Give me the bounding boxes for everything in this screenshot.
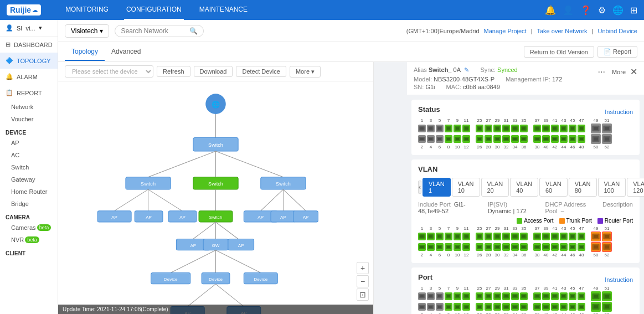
tab-advanced[interactable]: Advanced [105,43,147,61]
download-button[interactable]: Download [194,66,233,77]
port-icon[interactable] [560,303,568,311]
port-icon[interactable] [591,302,601,312]
port-icon[interactable] [418,135,426,143]
vlan-tab-1[interactable]: VLAN 1 [423,178,451,197]
port-icon[interactable] [602,231,612,241]
user-icon[interactable]: 👤 [563,5,574,16]
port-icon[interactable] [502,292,510,300]
port-icon[interactable] [551,292,559,300]
port-icon[interactable] [602,134,612,144]
port-icon[interactable] [560,135,568,143]
port-icon[interactable] [502,233,510,240]
port-icon[interactable] [502,303,510,311]
port-icon[interactable] [591,123,601,133]
port-icon[interactable] [560,125,568,132]
port-icon[interactable] [520,292,528,300]
port-icon[interactable] [502,243,510,251]
port-icon[interactable] [418,292,426,300]
port-icon[interactable] [485,292,492,300]
port-icon[interactable] [533,233,541,240]
vlan-tab-60[interactable]: VLAN 60 [539,178,568,197]
edit-icon[interactable]: ✎ [464,66,469,73]
nav-monitoring[interactable]: MONITORING [63,0,111,20]
fit-button[interactable]: ⊡ [357,289,369,301]
visiotech-button[interactable]: Visiotech ▾ [65,24,109,38]
port-icon[interactable] [520,243,528,251]
port-icon[interactable] [445,135,452,143]
vlan-tab-40[interactable]: VLAN 40 [510,178,538,197]
port-icon[interactable] [569,303,576,311]
expand-icon[interactable]: ⊞ [630,5,637,16]
port-icon[interactable] [445,243,452,251]
port-icon[interactable] [520,135,528,143]
port-icon[interactable] [511,125,519,132]
port-icon[interactable] [445,303,452,311]
port-icon[interactable] [511,135,519,143]
port-icon[interactable] [520,125,528,132]
port-icon[interactable] [533,292,541,300]
port-instruction[interactable]: Instruction [605,276,633,283]
port-icon[interactable] [551,135,559,143]
port-icon[interactable] [511,292,519,300]
sidebar-item-network[interactable]: Network [0,101,58,113]
port-icon[interactable] [542,135,550,143]
port-icon[interactable] [493,292,501,300]
port-icon[interactable] [591,134,601,144]
port-icon[interactable] [454,243,461,251]
port-icon[interactable] [560,233,568,240]
port-icon[interactable] [511,243,519,251]
port-icon[interactable] [476,292,483,300]
port-icon[interactable] [454,292,461,300]
port-icon[interactable] [493,135,501,143]
detect-device-button[interactable]: Detect Device [236,66,286,77]
port-icon[interactable] [418,303,426,311]
port-icon[interactable] [511,303,519,311]
globe-icon[interactable]: 🌐 [612,5,624,16]
sidebar-item-dashboard[interactable]: ⊞ DASHBOARD [0,37,58,53]
port-icon[interactable] [462,303,470,311]
topology-map[interactable]: 🌐 Switch Switch [58,81,373,314]
port-icon[interactable] [476,303,483,311]
port-icon[interactable] [602,123,612,133]
port-icon[interactable] [542,233,550,240]
port-icon[interactable] [578,233,585,240]
device-filter[interactable]: Please select the device [65,65,153,78]
port-icon[interactable] [551,243,559,251]
port-icon[interactable] [533,125,541,132]
port-icon[interactable] [436,292,444,300]
port-icon[interactable] [485,233,492,240]
port-icon[interactable] [502,135,510,143]
manage-project-link[interactable]: Manage Project [484,28,527,34]
report-button[interactable]: 📄 Report [597,46,637,58]
vlan-tab-100[interactable]: VLAN 100 [598,178,626,197]
vlan-tab-10[interactable]: VLAN 10 [452,178,480,197]
port-icon[interactable] [533,243,541,251]
port-icon[interactable] [602,242,612,252]
port-icon[interactable] [551,233,559,240]
port-icon[interactable] [591,231,601,241]
sidebar-item-cameras[interactable]: Cameras beta [0,222,58,234]
port-icon[interactable] [436,125,444,132]
port-icon[interactable] [445,125,452,132]
unbind-device-link[interactable]: Unbind Device [597,28,637,34]
port-icon[interactable] [542,292,550,300]
sidebar-item-gateway[interactable]: Gateway [0,173,58,186]
port-icon[interactable] [493,303,501,311]
port-icon[interactable] [462,135,470,143]
port-icon[interactable] [445,292,452,300]
port-icon[interactable] [485,243,492,251]
nav-configuration[interactable]: CONFIGURATION [124,0,184,20]
search-input[interactable] [121,27,187,35]
vlan-tab-80[interactable]: VLAN 80 [569,178,597,197]
port-icon[interactable] [602,291,612,301]
zoom-out-button[interactable]: − [357,275,369,287]
port-icon[interactable] [436,135,444,143]
port-icon[interactable] [511,233,519,240]
port-icon[interactable] [551,125,559,132]
port-icon[interactable] [542,243,550,251]
sidebar-item-ap[interactable]: AP [0,137,58,149]
port-icon[interactable] [578,303,585,311]
sidebar-item-report[interactable]: 📋 REPORT [0,85,58,101]
port-icon[interactable] [533,303,541,311]
port-icon[interactable] [569,135,576,143]
